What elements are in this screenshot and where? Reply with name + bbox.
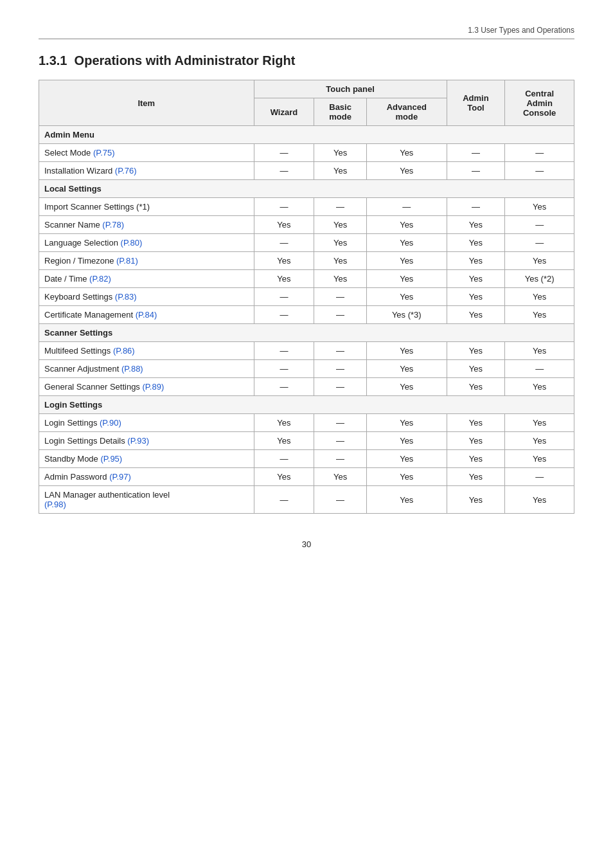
col-header-item: Item [39, 80, 254, 126]
page-link[interactable]: (P.83) [115, 292, 137, 302]
page-link[interactable]: (P.88) [121, 364, 143, 374]
table-cell-central: Yes [505, 342, 574, 360]
table-cell-basic: — [314, 342, 367, 360]
table-row-item: Installation Wizard (P.76) [39, 162, 254, 180]
table-cell-admin: — [447, 144, 505, 162]
table-cell-central: — [505, 162, 574, 180]
col-header-advanced: Advancedmode [366, 98, 447, 126]
table-cell-basic: Yes [314, 270, 367, 288]
table-cell-advanced: Yes [366, 414, 447, 432]
table-cell-admin: Yes [447, 234, 505, 252]
table-cell-wizard: — [254, 162, 314, 180]
table-cell-admin: Yes [447, 378, 505, 396]
col-header-wizard: Wizard [254, 98, 314, 126]
table-cell-wizard: Yes [254, 468, 314, 486]
page-header: 1.3 User Types and Operations [39, 26, 574, 39]
table-cell-wizard: — [254, 360, 314, 378]
table-cell-admin: Yes [447, 342, 505, 360]
page-link[interactable]: (P.95) [100, 454, 122, 464]
page-link[interactable]: (P.78) [102, 220, 124, 230]
col-header-central: CentralAdminConsole [505, 80, 574, 126]
table-cell-basic: Yes [314, 468, 367, 486]
page-link[interactable]: (P.89) [142, 382, 164, 392]
page-link[interactable]: (P.75) [93, 148, 115, 158]
table-cell-wizard: — [254, 486, 314, 514]
table-cell-advanced: Yes [366, 162, 447, 180]
table-cell-advanced: Yes [366, 270, 447, 288]
group-row-label: Admin Menu [39, 126, 574, 144]
table-cell-central: Yes [505, 252, 574, 270]
table-cell-central: — [505, 144, 574, 162]
table-cell-admin: Yes [447, 450, 505, 468]
table-cell-basic: Yes [314, 252, 367, 270]
table-cell-advanced: Yes [366, 234, 447, 252]
table-cell-advanced: Yes [366, 378, 447, 396]
table-cell-central: Yes [505, 198, 574, 216]
table-row-item: Standby Mode (P.95) [39, 450, 254, 468]
page-link[interactable]: (P.81) [116, 256, 138, 266]
table-cell-wizard: Yes [254, 414, 314, 432]
page-link[interactable]: (P.93) [127, 436, 149, 446]
table-row-item: LAN Manager authentication level(P.98) [39, 486, 254, 514]
group-row-label: Local Settings [39, 180, 574, 198]
table-cell-basic: — [314, 486, 367, 514]
table-cell-basic: Yes [314, 162, 367, 180]
table-cell-basic: — [314, 450, 367, 468]
table-cell-admin: Yes [447, 432, 505, 450]
table-row-item: Language Selection (P.80) [39, 234, 254, 252]
table-cell-wizard: — [254, 450, 314, 468]
table-cell-central: Yes [505, 288, 574, 306]
table-cell-advanced: Yes [366, 342, 447, 360]
page-number: 30 [39, 539, 574, 549]
table-cell-central: — [505, 468, 574, 486]
table-cell-central: Yes [505, 378, 574, 396]
page-link[interactable]: (P.82) [89, 274, 111, 284]
table-cell-admin: — [447, 162, 505, 180]
page-link[interactable]: (P.97) [109, 472, 131, 482]
table-cell-wizard: Yes [254, 270, 314, 288]
table-cell-wizard: — [254, 144, 314, 162]
table-cell-central: Yes [505, 486, 574, 514]
table-row-item: Scanner Name (P.78) [39, 216, 254, 234]
table-cell-basic: — [314, 414, 367, 432]
table-row-item: Admin Password (P.97) [39, 468, 254, 486]
table-cell-admin: Yes [447, 486, 505, 514]
table-row-item: Scanner Adjustment (P.88) [39, 360, 254, 378]
table-cell-wizard: — [254, 378, 314, 396]
page-link[interactable]: (P.80) [121, 238, 143, 248]
table-cell-wizard: Yes [254, 432, 314, 450]
page-link[interactable]: (P.86) [113, 346, 135, 356]
table-cell-wizard: Yes [254, 216, 314, 234]
table-row-item: Certificate Management (P.84) [39, 306, 254, 324]
table-cell-advanced: Yes [366, 288, 447, 306]
table-cell-wizard: — [254, 198, 314, 216]
col-header-admin-tool: AdminTool [447, 80, 505, 126]
page-link[interactable]: (P.84) [136, 310, 157, 320]
table-row-item: General Scanner Settings (P.89) [39, 378, 254, 396]
table-cell-basic: — [314, 432, 367, 450]
page-link[interactable]: (P.90) [100, 418, 121, 428]
table-row-item: Login Settings Details (P.93) [39, 432, 254, 450]
table-cell-admin: Yes [447, 270, 505, 288]
table-cell-advanced: Yes [366, 450, 447, 468]
table-row-item: Import Scanner Settings (*1) [39, 198, 254, 216]
page-link[interactable]: (P.76) [115, 166, 137, 176]
table-cell-basic: — [314, 198, 367, 216]
table-cell-admin: Yes [447, 468, 505, 486]
table-cell-central: — [505, 216, 574, 234]
table-row-item: Login Settings (P.90) [39, 414, 254, 432]
table-cell-basic: — [314, 306, 367, 324]
table-cell-advanced: Yes [366, 486, 447, 514]
table-row-item: Region / Timezone (P.81) [39, 252, 254, 270]
table-row-item: Multifeed Settings (P.86) [39, 342, 254, 360]
table-cell-advanced: Yes [366, 216, 447, 234]
table-cell-advanced: Yes [366, 252, 447, 270]
table-cell-basic: — [314, 360, 367, 378]
page-link[interactable]: (P.98) [44, 500, 66, 509]
table-cell-admin: Yes [447, 414, 505, 432]
table-cell-basic: — [314, 288, 367, 306]
group-row-label: Scanner Settings [39, 324, 574, 342]
table-cell-admin: — [447, 198, 505, 216]
table-row-item: Select Mode (P.75) [39, 144, 254, 162]
group-row-label: Login Settings [39, 396, 574, 414]
